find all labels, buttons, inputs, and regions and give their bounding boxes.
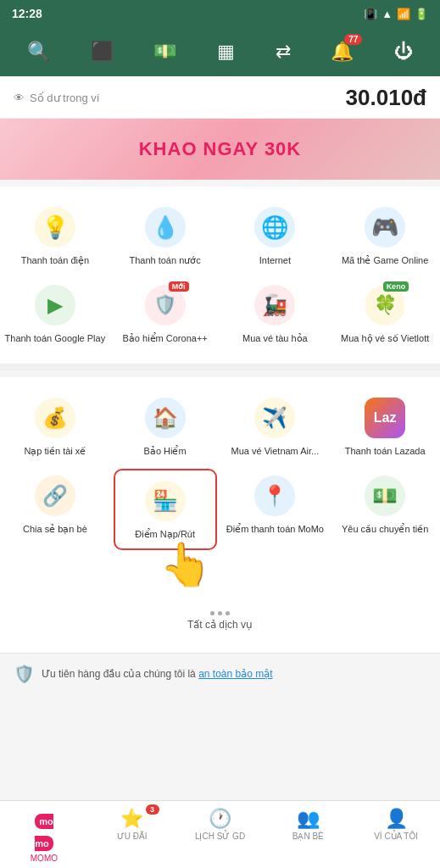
new-badge: Mới <box>169 281 189 292</box>
service-label: Mua vé tàu hỏa <box>242 332 308 344</box>
service-label: Bảo hiểm Corona++ <box>123 332 208 344</box>
momo-icon: momo <box>35 808 53 852</box>
keno-badge: Keno <box>383 281 409 292</box>
service-label: Điểm Nạp/Rút <box>135 528 195 540</box>
balance-amount: 30.010đ <box>346 85 426 111</box>
service-item-lazada[interactable]: Laz Thanh toán Lazada <box>330 387 440 465</box>
offer-icon: ⭐ <box>120 808 143 830</box>
service-label: Yêu cầu chuyển tiền <box>342 523 428 535</box>
qr-icon[interactable]: ▦ <box>217 41 235 63</box>
bottom-nav-lich-su[interactable]: 🕐 LỊCH SỬ GD <box>176 801 265 868</box>
balance-label: 👁 Số dư trong ví <box>14 92 99 104</box>
wallet-user-icon: 👤 <box>385 808 408 830</box>
eye-icon[interactable]: 👁 <box>14 92 25 104</box>
service-grid-row2: ▶ Thanh toán Google Play 🛡️ Mới Bảo hiểm… <box>0 275 440 353</box>
bottom-nav-label-vi-cua-toi: VÍ CỦA TÔI <box>374 832 418 841</box>
service-item-diem-thanh-toan[interactable]: 📍 Điểm thanh toán MoMo <box>220 465 331 554</box>
wifi-icon: ▲ <box>382 8 393 20</box>
wallet-icon[interactable]: 💵 <box>153 41 176 63</box>
transfer-icon[interactable]: ⬛ <box>91 41 114 63</box>
service-item-thanh-toan-nuoc[interactable]: 💧 Thanh toán nước <box>110 197 220 275</box>
service-item-thanh-toan-dien[interactable]: 💡 Thanh toán điện <box>0 197 110 275</box>
bottom-nav-vi-cua-toi[interactable]: 👤 VÍ CỦA TÔI <box>352 801 440 868</box>
service-item-internet[interactable]: 🌐 Internet <box>220 197 331 275</box>
service-section-2: 💰 Nạp tiền tài xế 🏠 Bảo Hiểm ✈️ <box>0 377 440 654</box>
offer-badge: 3 <box>146 804 159 815</box>
service-item-diem-nap-rut[interactable]: 🏪 Điểm Nạp/Rút 👆 <box>114 469 217 550</box>
service-label: Nạp tiền tài xế <box>24 445 86 457</box>
status-time: 12:28 <box>12 7 42 20</box>
service-label: Internet <box>259 254 291 266</box>
search-icon[interactable]: 🔍 <box>27 41 50 63</box>
banner-text: KHAO NGAY 30K <box>139 138 302 160</box>
service-item-mua-ve-tau[interactable]: 🚂 Mua vé tàu hỏa <box>220 275 331 353</box>
service-item-nap-tien-tai-xe[interactable]: 💰 Nạp tiền tài xế <box>0 387 110 465</box>
service-item-yeu-cau[interactable]: 💵 Yêu cầu chuyển tiền <box>330 465 440 554</box>
power-icon[interactable]: ⏻ <box>394 41 413 63</box>
history-icon: 🕐 <box>209 808 231 830</box>
service-grid-row1: 💡 Thanh toán điện 💧 Thanh toán nước 🌐 <box>0 197 440 275</box>
service-item-bao-hiem2[interactable]: 🏠 Bảo Hiểm <box>110 387 220 465</box>
service-item-bao-hiem-corona[interactable]: 🛡️ Mới Bảo hiểm Corona++ <box>110 275 220 353</box>
service-item-vietnam-air[interactable]: ✈️ Mua vé Vietnam Air... <box>220 387 331 465</box>
service-label: Mua hộ vé số Vietlott <box>341 332 429 344</box>
shield-icon: 🛡️ <box>14 664 35 684</box>
service-label: Bảo Hiểm <box>144 445 187 457</box>
service-item-ma-the-game[interactable]: 🎮 Mã thẻ Game Online <box>330 197 440 275</box>
service-item-google-play[interactable]: ▶ Thanh toán Google Play <box>0 275 110 353</box>
service-label: Mua vé Vietnam Air... <box>231 445 320 457</box>
bottom-nav-uu-dai[interactable]: ⭐ ƯU ĐÃI 3 <box>88 801 176 868</box>
bottom-nav: momo MOMO ⭐ ƯU ĐÃI 3 🕐 LỊCH SỬ GD 👥 BẠN … <box>0 800 440 868</box>
status-bar: 12:28 📳 ▲ 📶 🔋 <box>0 0 440 27</box>
service-label: Thanh toán Google Play <box>5 332 106 344</box>
service-label: Thanh toán điện <box>21 254 89 266</box>
security-text: Ưu tiên hàng đầu của chúng tôi là an toà… <box>42 668 273 680</box>
service-item-vietlott[interactable]: 🍀 Keno Mua hộ vé số Vietlott <box>330 275 440 353</box>
service-label: Mã thẻ Game Online <box>342 254 428 266</box>
vibrate-icon: 📳 <box>364 8 377 20</box>
all-services-item[interactable]: Tất cả dịch vụ <box>0 604 440 643</box>
security-footer: 🛡️ Ưu tiên hàng đầu của chúng tôi là an … <box>0 653 440 694</box>
bottom-nav-label-uu-dai: ƯU ĐÃI <box>117 832 148 841</box>
signal-icon: 📶 <box>397 8 410 20</box>
bottom-nav-label-momo: MOMO <box>31 854 58 863</box>
bottom-nav-ban-be[interactable]: 👥 BẠN BÈ <box>264 801 352 868</box>
battery-icon: 🔋 <box>415 8 428 20</box>
security-link[interactable]: an toàn bảo mật <box>198 668 272 680</box>
friends-icon: 👥 <box>297 808 320 830</box>
bottom-nav-label-lich-su: LỊCH SỬ GD <box>195 832 245 841</box>
service-grid-row4: 🔗 Chia sẻ bạn bè 🏪 Điểm Nạp/Rút 👆 <box>0 465 440 554</box>
notification-badge: 77 <box>344 34 362 45</box>
service-item-chia-se[interactable]: 🔗 Chia sẻ bạn bè <box>0 465 110 554</box>
service-label: Chia sẻ bạn bè <box>23 523 87 535</box>
balance-section: 👁 Số dư trong ví 30.010đ <box>0 76 440 119</box>
status-icons: 📳 ▲ 📶 🔋 <box>364 8 428 20</box>
service-label: Thanh toán nước <box>129 254 200 266</box>
arrows-icon[interactable]: ⇄ <box>276 41 291 63</box>
top-nav: 🔍 ⬛ 💵 ▦ ⇄ 🔔 77 ⏻ <box>0 27 440 76</box>
service-section-1: 💡 Thanh toán điện 💧 Thanh toán nước 🌐 <box>0 186 440 364</box>
bottom-nav-momo[interactable]: momo MOMO <box>0 801 88 868</box>
service-grid-row3: 💰 Nạp tiền tài xế 🏠 Bảo Hiểm ✈️ <box>0 387 440 465</box>
service-label: Điểm thanh toán MoMo <box>226 523 324 535</box>
promo-banner[interactable]: KHAO NGAY 30K <box>0 119 440 180</box>
dots-indicator <box>210 611 230 615</box>
notification-icon[interactable]: 🔔 77 <box>331 41 354 63</box>
bottom-nav-label-ban-be: BẠN BÈ <box>292 832 324 841</box>
all-services-label: Tất cả dịch vụ <box>187 619 253 631</box>
service-label: Thanh toán Lazada <box>345 445 426 457</box>
